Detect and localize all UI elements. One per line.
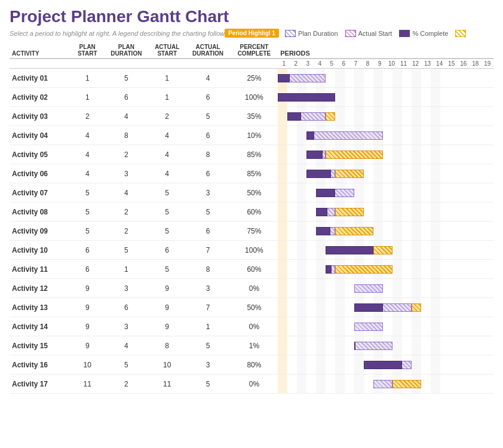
legend-overrun xyxy=(455,30,466,37)
gantt-bar-cell xyxy=(278,336,493,355)
period-18: 18 xyxy=(470,59,481,69)
percent-complete-value: 10% xyxy=(231,126,278,145)
table-row: Activity 021616100% xyxy=(10,88,493,107)
actual-start-value: 5 xyxy=(149,183,186,202)
plan-start-value: 1 xyxy=(71,69,104,88)
table-row: Activity 09525675% xyxy=(10,222,493,241)
percent-complete-bar xyxy=(316,189,335,197)
period-5: 5 xyxy=(326,59,338,69)
plan-duration-value: 6 xyxy=(104,298,149,317)
col-header-periods: PERIODS xyxy=(278,42,493,59)
table-row: Activity 1610510380% xyxy=(10,355,493,375)
activity-name: Activity 01 xyxy=(10,69,71,88)
table-row: Activity 106567100% xyxy=(10,241,493,260)
plan-start-value: 10 xyxy=(71,355,104,375)
period-3: 3 xyxy=(302,59,314,69)
percent-complete-bar xyxy=(306,151,323,159)
legend-plan-duration: Plan Duration xyxy=(285,30,338,37)
plan-start-value: 11 xyxy=(71,375,104,394)
percent-complete-value: 35% xyxy=(231,107,278,126)
plan-start-value: 6 xyxy=(71,241,104,260)
period-16: 16 xyxy=(458,59,470,69)
table-row: Activity 171121150% xyxy=(10,375,493,394)
gantt-bar-cell xyxy=(278,164,493,183)
actual-start-value: 9 xyxy=(149,298,186,317)
actual-start-value: 9 xyxy=(149,317,186,336)
activity-name: Activity 16 xyxy=(10,355,71,375)
activity-name: Activity 13 xyxy=(10,298,71,317)
activity-name: Activity 17 xyxy=(10,375,71,394)
actual-duration-value: 3 xyxy=(185,183,230,202)
percent-complete-bar xyxy=(326,265,332,274)
actual-duration-value: 6 xyxy=(185,222,230,241)
period-11: 11 xyxy=(398,59,410,69)
actual-duration-value: 8 xyxy=(185,145,230,164)
gantt-bar-cell xyxy=(278,88,493,107)
table-row: Activity 1293930% xyxy=(10,279,493,298)
percent-complete-value: 60% xyxy=(231,202,278,222)
actual-duration-value: 5 xyxy=(185,107,230,126)
percent-complete-value: 75% xyxy=(231,222,278,241)
plan-duration-bar xyxy=(306,131,383,140)
period-numbers-row: 1 2 3 4 5 6 7 8 9 10 11 12 13 14 15 16 1… xyxy=(10,59,493,69)
plan-duration-value: 5 xyxy=(104,241,149,260)
actual-duration-value: 1 xyxy=(185,317,230,336)
period-4: 4 xyxy=(314,59,326,69)
plan-start-value: 1 xyxy=(71,88,104,107)
plan-duration-bar xyxy=(373,380,392,388)
actual-start-value: 4 xyxy=(149,126,186,145)
plan-start-value: 6 xyxy=(71,260,104,279)
gantt-bar-cell xyxy=(278,145,493,164)
percent-complete-value: 0% xyxy=(231,317,278,336)
overrun-bar xyxy=(326,151,383,159)
plan-duration-value: 4 xyxy=(104,336,149,355)
activity-name: Activity 14 xyxy=(10,317,71,336)
gantt-bar-cell xyxy=(278,107,493,126)
actual-start-value: 5 xyxy=(149,222,186,241)
actual-duration-value: 6 xyxy=(185,126,230,145)
actual-duration-value: 5 xyxy=(185,375,230,394)
percent-complete-value: 0% xyxy=(231,375,278,394)
actual-duration-value: 6 xyxy=(185,164,230,183)
percent-complete-value: 100% xyxy=(231,88,278,107)
actual-start-value: 11 xyxy=(149,375,186,394)
plan-duration-value: 2 xyxy=(104,202,149,222)
percent-complete-value: 80% xyxy=(231,355,278,375)
plan-start-value: 2 xyxy=(71,107,104,126)
period-13: 13 xyxy=(422,59,434,69)
actual-duration-value: 7 xyxy=(185,241,230,260)
col-header-activity: ACTIVITY xyxy=(10,42,71,59)
column-headers-row: ACTIVITY PLANSTART PLANDURATION ACTUALST… xyxy=(10,42,493,59)
activity-name: Activity 15 xyxy=(10,336,71,355)
plan-start-value: 4 xyxy=(71,126,104,145)
actual-start-value: 4 xyxy=(149,145,186,164)
activity-name: Activity 12 xyxy=(10,279,71,298)
actual-duration-value: 4 xyxy=(185,69,230,88)
period-2: 2 xyxy=(290,59,302,69)
actual-duration-value: 3 xyxy=(185,355,230,375)
overrun-bar xyxy=(335,170,364,178)
plan-duration-value: 3 xyxy=(104,279,149,298)
plan-duration-value: 4 xyxy=(104,107,149,126)
gantt-bar-cell xyxy=(278,260,493,279)
plan-start-value: 9 xyxy=(71,279,104,298)
plan-duration-value: 6 xyxy=(104,88,149,107)
plan-duration-value: 2 xyxy=(104,375,149,394)
table-row: Activity 11615860% xyxy=(10,260,493,279)
gantt-bar-cell xyxy=(278,183,493,202)
table-row: Activity 01151425% xyxy=(10,69,493,88)
actual-duration-value: 8 xyxy=(185,260,230,279)
plan-duration-value: 2 xyxy=(104,145,149,164)
plan-duration-value: 1 xyxy=(104,260,149,279)
col-header-plan-start: PLANSTART xyxy=(71,42,104,59)
overrun-bar xyxy=(392,380,421,388)
period-highlight-button[interactable]: Period Highligl 1 xyxy=(225,29,279,38)
plan-start-value: 5 xyxy=(71,222,104,241)
legend-complete: % Complete xyxy=(399,30,448,37)
actual-start-icon xyxy=(345,30,356,37)
percent-complete-bar xyxy=(306,131,314,140)
actual-start-value: 9 xyxy=(149,279,186,298)
activity-name: Activity 10 xyxy=(10,241,71,260)
actual-start-value: 5 xyxy=(149,202,186,222)
actual-start-value: 6 xyxy=(149,241,186,260)
